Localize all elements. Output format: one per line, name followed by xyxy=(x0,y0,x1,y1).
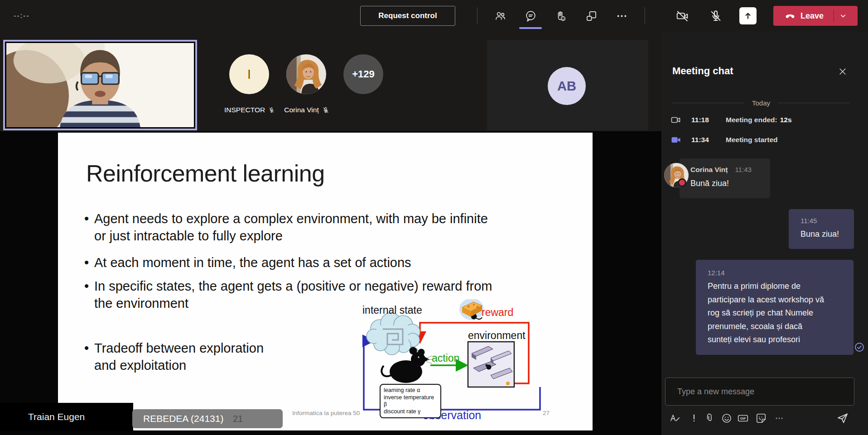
message-time: 12:14 xyxy=(708,269,854,277)
slide-bullet: •At each moment in time, the agent has a… xyxy=(84,254,411,272)
chat-message-input[interactable] xyxy=(665,387,854,397)
mic-off-button[interactable] xyxy=(707,7,725,25)
presenter-name-pill: REBEDEA (24131) 21 xyxy=(132,409,283,428)
camera-event-icon-active xyxy=(670,134,681,145)
environment-maze xyxy=(468,342,514,387)
avatar-initial: I xyxy=(247,67,251,82)
mic-muted-icon xyxy=(268,106,275,114)
chat-toggle-button[interactable] xyxy=(521,7,540,25)
paperclip-icon xyxy=(704,412,715,424)
cheese-reward-clipart xyxy=(459,299,484,320)
request-control-button[interactable]: Request control xyxy=(360,6,455,26)
close-chat-button[interactable] xyxy=(835,64,850,79)
leave-button[interactable]: Leave xyxy=(773,6,858,26)
toolbar-divider xyxy=(645,7,645,24)
hangup-phone-icon xyxy=(784,10,796,22)
mic-off-icon xyxy=(709,9,723,23)
label-internal-state: internal state xyxy=(362,304,422,316)
overflow-participants-badge[interactable]: +129 xyxy=(343,54,383,94)
avatar-corina[interactable] xyxy=(286,54,326,94)
message-text: Bună ziua! xyxy=(690,177,770,191)
breakout-rooms-icon xyxy=(585,10,598,22)
sticker-button[interactable] xyxy=(754,411,768,425)
slide: Reinforcement learning •Agent needs to e… xyxy=(58,133,593,430)
exclamation-icon xyxy=(689,413,699,424)
message-time: 11:43 xyxy=(735,166,751,173)
message-time: 11:45 xyxy=(800,217,854,225)
emoji-smile-icon xyxy=(721,412,733,424)
presence-busy-dot xyxy=(678,178,686,187)
obscured-text: 21 xyxy=(233,414,243,424)
label-environment: environment xyxy=(468,330,526,341)
close-icon xyxy=(838,67,848,76)
slide-bullet: •Tradeoff between exploration and exploi… xyxy=(84,340,264,374)
meeting-event-row: 11:34 Meeting started xyxy=(670,134,781,146)
label-reward: reward xyxy=(482,306,513,318)
video-strip: I +129 INSPECTOR Corina Vinț AB xyxy=(0,32,661,131)
participants-button[interactable] xyxy=(491,7,509,25)
slide-title: Reinforcement learning xyxy=(86,160,325,187)
teams-meeting-window: --:-- Request control xyxy=(0,0,868,435)
format-button[interactable] xyxy=(668,411,682,425)
chevron-down-icon xyxy=(839,11,848,20)
date-divider: Today xyxy=(672,99,850,107)
sticker-icon xyxy=(755,412,767,424)
avatar-ab: AB xyxy=(548,67,586,105)
slide-footer-text: Informatica la puterea 50 xyxy=(292,410,360,416)
meeting-timer: --:-- xyxy=(14,12,30,20)
participant-label-corina: Corina Vinț xyxy=(280,105,333,115)
chat-panel-title: Meeting chat xyxy=(672,65,733,77)
mic-muted-icon xyxy=(322,106,329,114)
format-icon xyxy=(669,412,681,424)
share-up-arrow-icon xyxy=(743,10,753,21)
chat-message-incoming: Corina Vinț 11:43 Bună ziua! xyxy=(680,158,770,198)
more-dots-icon xyxy=(774,413,785,424)
presentation-stage: Reinforcement learning •Agent needs to e… xyxy=(0,131,661,435)
presenter-video-tile[interactable] xyxy=(3,40,197,130)
more-compose-button[interactable] xyxy=(772,411,786,425)
importance-button[interactable] xyxy=(687,411,701,425)
send-button[interactable] xyxy=(835,411,850,425)
toolbar-divider xyxy=(477,7,477,24)
raise-hand-button[interactable] xyxy=(551,7,569,25)
more-dots-icon xyxy=(616,10,628,22)
date-divider-label: Today xyxy=(752,99,770,107)
people-icon xyxy=(494,10,506,22)
chat-message-outgoing: 12:14 Pentru a primi diplome de particip… xyxy=(696,260,854,355)
presenter-last-name: REBEDEA (24131) xyxy=(143,413,223,424)
meeting-chat-panel: Meeting chat Today 11:18 Meeting ended: … xyxy=(661,32,868,435)
presenter-name-tag: Traian Eugen xyxy=(0,403,133,431)
participant-label-inspector: INSPECTOR xyxy=(224,105,275,115)
slide-bullet: •Agent needs to explore a complex enviro… xyxy=(84,210,488,244)
raise-hand-icon xyxy=(555,10,567,22)
slide-page-number: 27 xyxy=(543,410,550,416)
breakout-rooms-button[interactable] xyxy=(582,7,600,25)
meeting-event-row: 11:18 Meeting ended: 12s xyxy=(670,114,792,126)
leave-label: Leave xyxy=(800,11,824,21)
camera-event-icon xyxy=(670,115,681,125)
presenter-first-names: Traian Eugen xyxy=(28,411,85,422)
chat-message-outgoing: 11:45 Buna ziua! xyxy=(789,209,854,249)
avatar-inspector[interactable]: I xyxy=(229,54,269,94)
share-screen-button[interactable] xyxy=(739,7,757,24)
camera-off-button[interactable] xyxy=(673,7,691,25)
leave-options-chevron[interactable] xyxy=(834,6,852,26)
chat-input-container xyxy=(665,378,854,406)
more-options-button[interactable] xyxy=(612,7,631,25)
svg-text:GIF: GIF xyxy=(740,416,746,421)
attach-button[interactable] xyxy=(702,411,717,425)
participant-tile-ab[interactable]: AB xyxy=(487,40,648,130)
meeting-toolbar: --:-- Request control xyxy=(0,0,868,32)
message-author: Corina Vinț xyxy=(690,166,728,174)
corina-photo xyxy=(286,54,326,94)
send-icon xyxy=(836,412,849,425)
gif-button[interactable]: GIF xyxy=(736,411,750,425)
active-tab-underline xyxy=(519,27,542,29)
rl-parameters-box: learning rate α inverse temperature β di… xyxy=(380,384,441,418)
camera-off-icon xyxy=(675,9,689,23)
emoji-button[interactable] xyxy=(719,411,734,425)
message-text: Pentru a primi diplome de participare la… xyxy=(708,280,854,347)
gif-icon: GIF xyxy=(737,412,749,424)
presenter-video xyxy=(6,43,194,127)
overflow-count: +129 xyxy=(352,68,375,80)
